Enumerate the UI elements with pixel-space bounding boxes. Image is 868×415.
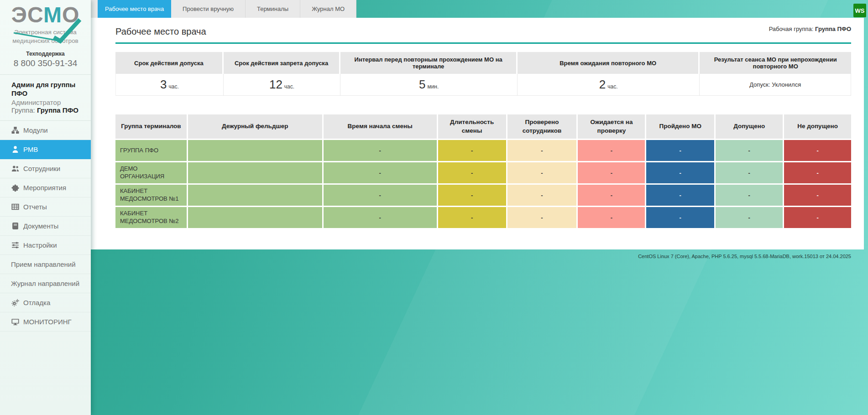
cell-shift-duration: - xyxy=(438,207,506,228)
workgroup-info: Рабочая группа: Группа ПФО xyxy=(769,26,851,32)
cell-checked-employees: - xyxy=(507,140,577,161)
mo-header-cell: Допущено xyxy=(716,114,783,139)
params-value-cell: Допуск: Уклонился xyxy=(700,74,851,96)
sidebar-item-zhurnal-napravleniy[interactable]: Журнал направлений xyxy=(0,274,91,293)
mo-header-cell: Группа терминалов xyxy=(115,114,187,139)
cell-checked-employees: - xyxy=(507,185,577,206)
params-header-cell: Срок действия запрета допуска xyxy=(224,52,341,74)
monitoring-desktop-icon xyxy=(11,318,19,326)
support-phone: 8 800 350-91-34 xyxy=(0,58,91,68)
tab-terminaly[interactable]: Терминалы xyxy=(246,0,300,18)
title-underline xyxy=(115,42,851,44)
cell-shift-duration: - xyxy=(438,185,506,206)
cell-checked-employees: - xyxy=(507,207,577,228)
sidebar-item-meropriyatiya[interactable]: Мероприятия xyxy=(0,178,91,197)
table-row: КАБИНЕТ МЕДОСМОТРОВ №1 - - - - - - - xyxy=(115,185,851,206)
sidebar-item-otchety[interactable]: Отчеты xyxy=(0,197,91,217)
cell-passed-mo: - xyxy=(646,140,714,161)
mo-status-table: Группа терминалов Дежурный фельдшер Врем… xyxy=(115,114,851,228)
cell-awaiting-check: - xyxy=(578,185,645,206)
sidebar-item-label: Документы xyxy=(23,222,58,230)
params-value-cell: 12час. xyxy=(224,74,341,96)
mo-header-cell: Проверено сотрудников xyxy=(507,114,577,139)
cell-shift-duration: - xyxy=(438,140,506,161)
tab-zhurnal-mo[interactable]: Журнал МО xyxy=(300,0,356,18)
page-title: Рабочее место врача xyxy=(115,24,206,37)
events-puzzle-icon xyxy=(11,184,19,192)
params-header-cell: Срок действия допуска xyxy=(115,52,224,74)
params-header-cell: Результат сеанса МО при непрохождении по… xyxy=(700,52,851,74)
mo-header-cell: Не допущено xyxy=(784,114,851,139)
cell-not-admitted: - xyxy=(784,162,851,183)
sidebar-item-sotrudniki[interactable]: Сотрудники xyxy=(0,159,91,178)
user-name: Админ для группы ПФО xyxy=(11,81,84,98)
params-value-cell: 3час. xyxy=(115,74,224,96)
sidebar-item-label: Отладка xyxy=(23,299,50,306)
card-header: Рабочее место врача Рабочая группа: Груп… xyxy=(115,24,851,37)
modules-sitemap-icon xyxy=(11,126,19,134)
params-value-row: 3час. 12час. 5мин. 2час. Допуск: Уклонил… xyxy=(115,74,851,96)
sidebar-item-label: Сотрудники xyxy=(23,165,60,172)
cell-admitted: - xyxy=(716,162,783,183)
sidebar-item-monitoring[interactable]: МОНИТОРИНГ xyxy=(0,312,91,332)
ws-status-badge: WS xyxy=(853,4,866,17)
params-header-row: Срок действия допуска Срок действия запр… xyxy=(115,52,851,74)
cell-feldsher xyxy=(188,162,322,183)
cell-shift-duration: - xyxy=(438,162,506,183)
sidebar-item-label: Настройки xyxy=(23,241,57,249)
cell-passed-mo: - xyxy=(646,185,714,206)
tab-provesti-vruchnuyu[interactable]: Провести вручную xyxy=(171,0,246,18)
sidebar-item-label: Модули xyxy=(23,126,48,134)
params-value-cell: 2час. xyxy=(518,74,700,96)
mo-header-cell: Пройдено МО xyxy=(646,114,714,139)
cell-awaiting-check: - xyxy=(578,207,645,228)
cell-shift-start: - xyxy=(324,207,437,228)
cell-admitted: - xyxy=(716,185,783,206)
logo-subtitle: Электронная система медицинских осмотров xyxy=(0,28,91,45)
cell-terminal-group: ГРУППА ПФО xyxy=(115,140,187,161)
user-role: Администратор xyxy=(11,99,84,106)
cell-not-admitted: - xyxy=(784,207,851,228)
cell-checked-employees: - xyxy=(507,162,577,183)
sidebar-item-label: Прием направлений xyxy=(11,260,76,268)
cell-not-admitted: - xyxy=(784,185,851,206)
sidebar-item-nastroyki[interactable]: Настройки xyxy=(0,236,91,255)
debug-gears-icon xyxy=(11,299,19,306)
cell-passed-mo: - xyxy=(646,207,714,228)
cell-admitted: - xyxy=(716,140,783,161)
mo-header-cell: Длительность смены xyxy=(438,114,506,139)
tab-rabochee-mesto-vracha[interactable]: Рабочее место врача xyxy=(98,0,171,18)
mo-header-cell: Время начала смены xyxy=(324,114,437,139)
table-row: ДЕМО ОРГАНИЗАЦИЯ - - - - - - - xyxy=(115,162,851,183)
documents-book-icon xyxy=(11,222,19,230)
sidebar-item-otladka[interactable]: Отладка xyxy=(0,293,91,312)
mo-header-cell: Ожидается на проверку xyxy=(578,114,645,139)
support-label: Техподдержка xyxy=(0,51,91,57)
cell-not-admitted: - xyxy=(784,140,851,161)
main-area: Рабочее место врача Провести вручную Тер… xyxy=(91,0,868,415)
cell-awaiting-check: - xyxy=(578,162,645,183)
cell-feldsher xyxy=(188,207,322,228)
sidebar-item-moduli[interactable]: Модули xyxy=(0,121,91,140)
cell-shift-start: - xyxy=(324,162,437,183)
cell-passed-mo: - xyxy=(646,162,714,183)
sidebar-item-rmv[interactable]: РМВ xyxy=(0,140,91,159)
sidebar-menu: Модули РМВ Сотрудники Мероприятия Отчеты xyxy=(0,120,91,332)
params-header-cell: Время ожидания повторного МО xyxy=(518,52,700,74)
cell-shift-start: - xyxy=(324,140,437,161)
cell-terminal-group: ДЕМО ОРГАНИЗАЦИЯ xyxy=(115,162,187,183)
mo-header-row: Группа терминалов Дежурный фельдшер Врем… xyxy=(115,114,851,139)
sidebar-item-priem-napravleniy[interactable]: Прием направлений xyxy=(0,255,91,274)
server-info-footer: CentOS Linux 7 (Core), Apache, PHP 5.6.2… xyxy=(91,254,851,259)
params-header-cell: Интервал перед повторным прохождением МО… xyxy=(340,52,518,74)
cell-admitted: - xyxy=(716,207,783,228)
table-row: КАБИНЕТ МЕДОСМОТРОВ №2 - - - - - - - xyxy=(115,207,851,228)
sidebar-item-label: Журнал направлений xyxy=(11,280,79,287)
settings-sliders-icon xyxy=(11,241,19,249)
content-card: Рабочее место врача Рабочая группа: Груп… xyxy=(91,18,864,249)
sidebar-item-label: Отчеты xyxy=(23,203,47,211)
cell-terminal-group: КАБИНЕТ МЕДОСМОТРОВ №2 xyxy=(115,207,187,228)
cell-feldsher xyxy=(188,185,322,206)
sidebar-item-dokumenty[interactable]: Документы xyxy=(0,217,91,236)
sidebar-item-label: Мероприятия xyxy=(23,184,66,192)
